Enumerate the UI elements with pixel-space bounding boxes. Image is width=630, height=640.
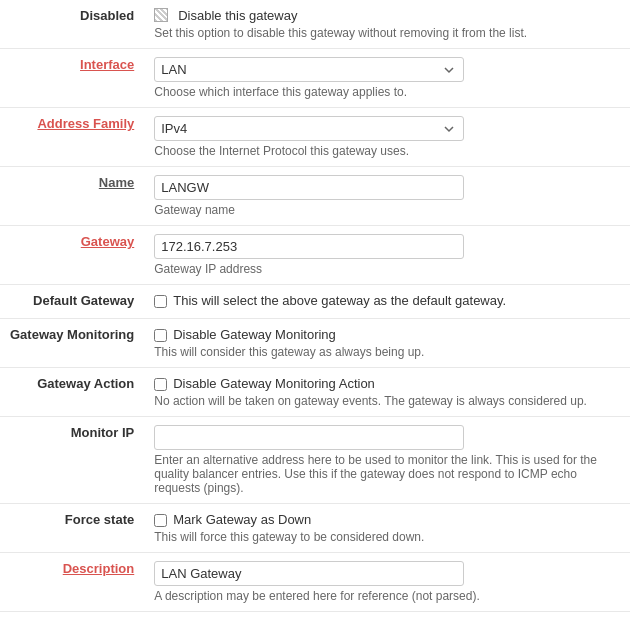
input-gateway[interactable] xyxy=(154,234,464,259)
label-monitor-ip: Monitor IP xyxy=(0,417,144,504)
value-cell-default-gateway: This will select the above gateway as th… xyxy=(144,285,630,319)
value-cell-disabled: Disable this gatewaySet this option to d… xyxy=(144,0,630,49)
checkbox-label-force-state: Mark Gateway as Down xyxy=(173,512,311,527)
checkbox-label-disabled: Disable this gateway xyxy=(178,8,297,23)
label-interface: Interface xyxy=(0,49,144,108)
value-cell-description: A description may be entered here for re… xyxy=(144,553,630,612)
label-gateway: Gateway xyxy=(0,226,144,285)
label-address-family: Address Family xyxy=(0,108,144,167)
disabled-icon xyxy=(154,8,168,22)
checkbox-row-gateway-monitoring: Disable Gateway Monitoring xyxy=(154,327,620,342)
checkbox-force-state[interactable] xyxy=(154,514,167,527)
input-name[interactable] xyxy=(154,175,464,200)
label-name: Name xyxy=(0,167,144,226)
value-cell-monitor-ip: Enter an alternative address here to be … xyxy=(144,417,630,504)
select-interface[interactable]: LAN xyxy=(154,57,464,82)
checkbox-default-gateway[interactable] xyxy=(154,295,167,308)
checkbox-row-disabled: Disable this gateway xyxy=(154,8,620,23)
help-text-gateway-monitoring: This will consider this gateway as alway… xyxy=(154,345,620,359)
label-default-gateway: Default Gateway xyxy=(0,285,144,319)
value-cell-address-family: IPv4Choose the Internet Protocol this ga… xyxy=(144,108,630,167)
checkbox-row-default-gateway: This will select the above gateway as th… xyxy=(154,293,620,308)
help-text-force-state: This will force this gateway to be consi… xyxy=(154,530,620,544)
label-gateway-monitoring: Gateway Monitoring xyxy=(0,319,144,368)
checkbox-row-gateway-action: Disable Gateway Monitoring Action xyxy=(154,376,620,391)
value-cell-force-state: Mark Gateway as DownThis will force this… xyxy=(144,504,630,553)
help-text-monitor-ip: Enter an alternative address here to be … xyxy=(154,453,620,495)
value-cell-interface: LANChoose which interface this gateway a… xyxy=(144,49,630,108)
label-gateway-action: Gateway Action xyxy=(0,368,144,417)
checkbox-label-gateway-action: Disable Gateway Monitoring Action xyxy=(173,376,375,391)
help-text-address-family: Choose the Internet Protocol this gatewa… xyxy=(154,144,620,158)
value-cell-name: Gateway name xyxy=(144,167,630,226)
label-description: Description xyxy=(0,553,144,612)
help-text-disabled: Set this option to disable this gateway … xyxy=(154,26,620,40)
checkbox-gateway-monitoring[interactable] xyxy=(154,329,167,342)
input-monitor-ip[interactable] xyxy=(154,425,464,450)
checkbox-label-default-gateway: This will select the above gateway as th… xyxy=(173,293,506,308)
checkbox-label-gateway-monitoring: Disable Gateway Monitoring xyxy=(173,327,336,342)
value-cell-gateway-action: Disable Gateway Monitoring ActionNo acti… xyxy=(144,368,630,417)
input-description[interactable] xyxy=(154,561,464,586)
value-cell-gateway-monitoring: Disable Gateway MonitoringThis will cons… xyxy=(144,319,630,368)
label-disabled: Disabled xyxy=(0,0,144,49)
help-text-gateway: Gateway IP address xyxy=(154,262,620,276)
select-address-family[interactable]: IPv4 xyxy=(154,116,464,141)
gateway-form: DisabledDisable this gatewaySet this opt… xyxy=(0,0,630,612)
help-text-name: Gateway name xyxy=(154,203,620,217)
help-text-gateway-action: No action will be taken on gateway event… xyxy=(154,394,620,408)
checkbox-row-force-state: Mark Gateway as Down xyxy=(154,512,620,527)
value-cell-gateway: Gateway IP address xyxy=(144,226,630,285)
checkbox-gateway-action[interactable] xyxy=(154,378,167,391)
help-text-interface: Choose which interface this gateway appl… xyxy=(154,85,620,99)
help-text-description: A description may be entered here for re… xyxy=(154,589,620,603)
label-force-state: Force state xyxy=(0,504,144,553)
